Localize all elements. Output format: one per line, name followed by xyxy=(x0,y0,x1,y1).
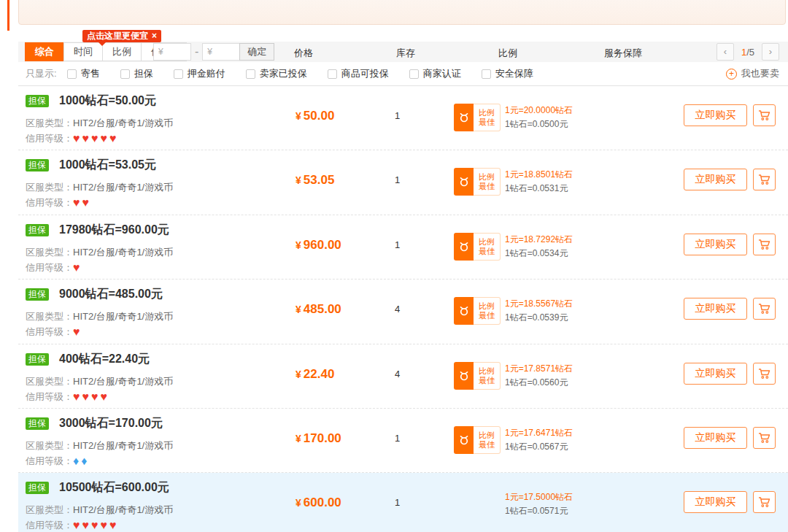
price-min-input[interactable] xyxy=(153,43,191,61)
medal-icon xyxy=(454,168,474,196)
prev-page-button[interactable]: ‹ xyxy=(716,43,734,61)
add-to-cart-button[interactable] xyxy=(753,298,776,320)
guarantee-badge: 担保 xyxy=(26,159,49,171)
checkbox-consign[interactable]: 寄售 xyxy=(67,67,100,80)
price-value: 53.05 xyxy=(304,173,335,187)
ratio-values: 1元=17.5000钻石 1钻石=0.0571元 xyxy=(505,490,573,518)
sort-tab-ratio[interactable]: 比例 xyxy=(102,42,142,61)
listing-title[interactable]: 9000钻石=485.00元 xyxy=(59,287,163,302)
top-banner xyxy=(18,0,786,25)
cart-icon xyxy=(758,303,771,315)
stock-value: 1 xyxy=(395,110,400,121)
buy-now-button[interactable]: 立即购买 xyxy=(684,491,747,513)
medal-icon xyxy=(454,104,474,131)
medal-icon xyxy=(454,426,474,454)
listing-title[interactable]: 1000钻石=50.00元 xyxy=(59,93,156,109)
stock-value: 1 xyxy=(395,239,400,250)
currency-symbol: ¥ xyxy=(296,110,301,122)
page-indicator: 1/5 xyxy=(741,47,754,58)
checkbox-icon[interactable] xyxy=(328,69,337,79)
sort-tab-comprehensive[interactable]: 综合 xyxy=(25,42,64,61)
checkbox-guarantee[interactable]: 担保 xyxy=(120,67,153,80)
column-header-service: 服务保障 xyxy=(604,47,642,60)
listing-price: ¥960.00 xyxy=(296,238,341,252)
ratio-line-yuan-to-diamond: 1元=18.7292钻石 xyxy=(505,233,573,247)
listing-title[interactable]: 1000钻石=53.05元 xyxy=(59,158,156,173)
listing-row: 担保 400钻石=22.40元 区服类型：HIT2/台服/奇奇1/游戏币 信用等… xyxy=(18,344,788,409)
sort-tab-time[interactable]: 时间 xyxy=(63,42,103,61)
best-ratio-label: 比例最佳 xyxy=(474,168,501,196)
add-to-cart-button[interactable] xyxy=(753,363,776,385)
checkbox-seller-insured[interactable]: 卖家已投保 xyxy=(246,67,307,80)
server-type-value: HIT2/台服/奇奇1/游戏币 xyxy=(73,117,173,128)
i-want-to-sell-link[interactable]: + 我也要卖 xyxy=(726,67,779,80)
buy-now-button[interactable]: 立即购买 xyxy=(684,169,747,190)
add-to-cart-button[interactable] xyxy=(753,104,776,126)
add-to-cart-button[interactable] xyxy=(753,169,776,190)
server-type-label: 区服类型： xyxy=(26,182,73,193)
server-type-row: 区服类型：HIT2/台服/奇奇1/游戏币 xyxy=(26,439,173,452)
add-to-cart-button[interactable] xyxy=(753,491,776,513)
cart-icon xyxy=(758,109,771,121)
buy-now-button[interactable]: 立即购买 xyxy=(684,234,747,255)
add-to-cart-button[interactable] xyxy=(753,427,776,449)
server-type-label: 区服类型： xyxy=(26,311,73,322)
buy-now-button[interactable]: 立即购买 xyxy=(684,298,747,320)
server-type-row: 区服类型：HIT2/台服/奇奇1/游戏币 xyxy=(26,246,173,259)
guarantee-badge: 担保 xyxy=(26,224,49,236)
credit-label: 信用等级： xyxy=(26,133,73,144)
server-type-label: 区服类型： xyxy=(26,504,73,515)
checkbox-icon[interactable] xyxy=(120,69,130,79)
listing-row: 担保 1000钻石=53.05元 区服类型：HIT2/台服/奇奇1/游戏币 信用… xyxy=(18,150,788,215)
checkbox-security-guarantee[interactable]: 安全保障 xyxy=(482,67,533,80)
ratio-values: 1元=20.0000钻石 1钻石=0.0500元 xyxy=(505,104,573,131)
credit-rating-icons: ♦♦ xyxy=(73,455,89,467)
price-confirm-button[interactable]: 确定 xyxy=(239,43,274,61)
listing-title[interactable]: 10500钻石=600.00元 xyxy=(59,480,169,496)
checkbox-deposit-compensation[interactable]: 押金赔付 xyxy=(174,67,225,80)
add-to-cart-button[interactable] xyxy=(753,234,776,255)
plus-circle-icon: + xyxy=(726,69,737,80)
checkbox-icon[interactable] xyxy=(67,69,77,79)
credit-rating-icons: ♥ xyxy=(73,261,82,274)
buy-now-button[interactable]: 立即购买 xyxy=(684,427,747,449)
server-type-label: 区服类型： xyxy=(26,247,73,258)
credit-label: 信用等级： xyxy=(26,326,73,337)
ratio-line-yuan-to-diamond: 1元=17.6471钻石 xyxy=(505,426,573,440)
credit-row: 信用等级：♥♥ xyxy=(26,196,91,209)
tooltip-close-icon[interactable]: × xyxy=(152,31,157,41)
best-ratio-badge: 比例最佳 xyxy=(454,297,501,325)
listing-title[interactable]: 3000钻石=170.00元 xyxy=(59,416,163,431)
credit-row: 信用等级：♥ xyxy=(26,261,82,274)
checkbox-icon[interactable] xyxy=(246,69,255,79)
price-max-input[interactable] xyxy=(202,43,240,61)
listing-title[interactable]: 400钻石=22.40元 xyxy=(59,352,150,367)
cart-icon xyxy=(758,174,771,185)
buy-now-button[interactable]: 立即购买 xyxy=(684,104,747,126)
server-type-label: 区服类型： xyxy=(26,440,73,451)
listing-title[interactable]: 17980钻石=960.00元 xyxy=(59,223,169,238)
guarantee-badge: 担保 xyxy=(26,482,49,494)
checkbox-label: 商家认证 xyxy=(423,67,461,80)
next-page-button[interactable]: › xyxy=(762,43,779,61)
guarantee-badge: 担保 xyxy=(26,353,49,366)
best-ratio-badge: 比例最佳 xyxy=(454,362,501,390)
best-ratio-label: 比例最佳 xyxy=(474,233,501,261)
checkbox-icon[interactable] xyxy=(409,69,419,79)
buy-now-button[interactable]: 立即购买 xyxy=(684,363,747,385)
server-type-value: HIT2/台服/奇奇1/游戏币 xyxy=(73,440,173,451)
best-ratio-label: 比例最佳 xyxy=(474,104,501,131)
checkbox-icon[interactable] xyxy=(174,69,183,79)
checkbox-label: 寄售 xyxy=(81,67,100,80)
checkbox-item-insurable[interactable]: 商品可投保 xyxy=(328,67,389,80)
checkbox-label: 商品可投保 xyxy=(341,67,389,80)
cart-icon xyxy=(758,496,771,508)
ratio-line-yuan-to-diamond: 1元=18.8501钻石 xyxy=(505,168,573,182)
ratio-line-yuan-to-diamond: 1元=17.8571钻石 xyxy=(505,362,573,376)
credit-label: 信用等级： xyxy=(26,455,73,466)
checkbox-merchant-certified[interactable]: 商家认证 xyxy=(409,67,461,80)
checkbox-icon[interactable] xyxy=(482,69,491,79)
best-ratio-label: 比例最佳 xyxy=(474,297,501,325)
stock-value: 1 xyxy=(395,497,400,508)
ratio-line-diamond-to-yuan: 1钻石=0.0500元 xyxy=(505,117,573,131)
